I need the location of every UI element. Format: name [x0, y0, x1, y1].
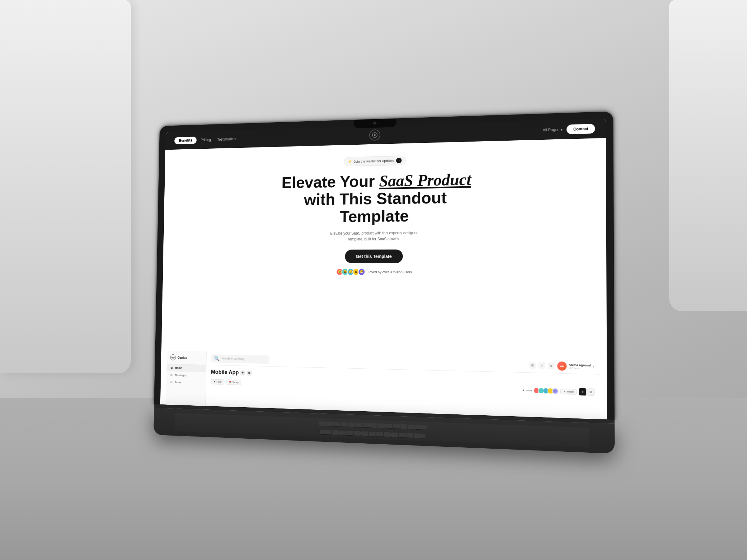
nav-left: Benefits Pricing Testimonials	[174, 135, 238, 144]
key	[346, 431, 353, 435]
key	[348, 422, 355, 427]
key-wide	[415, 425, 427, 430]
nav-logo	[369, 129, 380, 141]
laptop: Benefits Pricing Testimonials All	[153, 111, 615, 454]
hero-section: ⚡ Join the waitlist for updates → Elevat…	[161, 138, 607, 360]
key	[361, 431, 368, 436]
key-wide	[320, 430, 331, 434]
app-search-bar[interactable]: 🔍 Search for anything...	[211, 354, 269, 364]
app-logo-icon	[170, 354, 176, 361]
hero-title-line1: Elevate Your SaaS Product	[269, 170, 484, 192]
app-sidebar-header: Genius	[166, 354, 206, 365]
page-settings-icon: ⚙	[247, 371, 252, 375]
app-bell-icon-button[interactable]: ○	[538, 362, 545, 369]
messages-icon: ✉	[170, 373, 173, 377]
key	[369, 431, 376, 436]
app-user-profile[interactable]: AA Anima Agrawal U.P, India ▾	[558, 362, 594, 371]
nav-right: All Pages ▾ Contact	[542, 124, 595, 135]
key	[376, 432, 383, 436]
hero-title: Elevate Your SaaS Product with This Stan…	[269, 170, 484, 226]
chevron-down-icon: ▾	[561, 127, 562, 132]
app-user-location: U.P, India	[569, 367, 591, 370]
avatar-5: 😁	[358, 268, 365, 276]
key	[400, 424, 407, 429]
key	[399, 432, 406, 437]
app-invite-section: ✦ Invite +2	[522, 387, 558, 394]
app-today-button[interactable]: 📅 Today	[226, 379, 241, 385]
lightning-icon: ⚡	[348, 160, 352, 164]
key	[363, 423, 370, 427]
waitlist-text: Join the waitlist for updates	[354, 159, 394, 163]
key	[341, 422, 348, 427]
app-view-toggle: ≡ ⊞	[579, 388, 594, 396]
key	[370, 423, 377, 428]
search-icon: 🔍	[214, 355, 220, 361]
calendar-icon: 📅	[229, 380, 231, 383]
nav-contact-button[interactable]: Contact	[567, 124, 595, 134]
key	[393, 424, 400, 428]
share-icon: ↗	[563, 390, 566, 393]
tasks-icon: ☑	[170, 380, 173, 384]
app-nav-tasks[interactable]: ☑ Tasks	[166, 378, 206, 387]
avatar-group: 😊 😄 🙂 😃 😁	[336, 268, 365, 276]
laptop-screen: Benefits Pricing Testimonials All	[160, 118, 607, 419]
app-user-text: Anima Agrawal U.P, India	[569, 363, 591, 370]
website-content: Benefits Pricing Testimonials All	[160, 118, 607, 419]
app-filter-button[interactable]: ▼ Filter	[211, 379, 225, 384]
app-search-placeholder: Search for anything...	[222, 357, 247, 361]
app-nav-home-label: Home	[175, 367, 182, 370]
key	[384, 432, 391, 437]
app-nav-messages[interactable]: ✉ Messages	[166, 371, 206, 379]
app-nav-tasks-label: Tasks	[175, 381, 181, 384]
invite-star-icon: ✦	[522, 389, 524, 392]
key	[339, 430, 346, 435]
app-toolbar-right: ✦ Invite +2	[522, 387, 594, 396]
key	[326, 421, 333, 426]
social-proof-text: Loved by over 3 million users	[367, 270, 412, 274]
social-proof: 😊 😄 🙂 😃 😁 Loved by over 3 million users	[336, 268, 412, 276]
key	[356, 423, 362, 427]
key	[391, 432, 398, 437]
curtain-decoration-left	[0, 0, 131, 373]
app-share-button[interactable]: ↗ Share	[560, 389, 577, 395]
key	[408, 424, 415, 429]
invite-label: Invite	[526, 389, 532, 392]
nav-testimonials-link[interactable]: Testimonials	[215, 135, 238, 143]
filter-icon: ▼	[213, 380, 215, 383]
hero-subtitle: Elevate your SaaS product with this expe…	[325, 230, 424, 242]
waitlist-arrow-button[interactable]: →	[396, 158, 402, 163]
key	[354, 431, 361, 435]
invite-avatars: +2	[534, 388, 558, 394]
key-wide	[414, 433, 426, 438]
user-chevron-icon: ▾	[593, 365, 594, 369]
app-grid-icon-button[interactable]: ⊟	[530, 362, 536, 369]
nav-benefits-button[interactable]: Benefits	[174, 137, 197, 144]
app-list-view-button[interactable]: ≡	[579, 388, 586, 396]
laptop-notch	[354, 118, 396, 129]
nav-pricing-link[interactable]: Pricing	[198, 136, 213, 144]
waitlist-badge: ⚡ Join the waitlist for updates →	[344, 156, 406, 166]
hero-title-line2: with This Standout Template	[269, 188, 484, 226]
app-user-avatar: AA	[558, 362, 567, 371]
laptop-screen-bezel: Benefits Pricing Testimonials All	[154, 111, 615, 420]
curtain-decoration-right	[669, 0, 747, 311]
key	[378, 423, 385, 428]
key	[333, 422, 340, 426]
laptop-camera	[373, 122, 376, 125]
invite-avatar-5: +2	[552, 388, 558, 394]
nav-all-pages-dropdown[interactable]: All Pages ▾	[542, 127, 563, 132]
key	[385, 423, 392, 428]
key	[332, 430, 339, 435]
app-nav-home[interactable]: ⊞ Home	[166, 364, 206, 372]
key	[406, 433, 413, 437]
home-icon: ⊞	[170, 366, 173, 370]
key	[319, 421, 326, 426]
app-settings-icon-button[interactable]: ⚙	[548, 363, 555, 369]
app-topbar-actions: ⊟ ○ ⚙ AA Anima Agrawal U.P, India ▾	[530, 361, 594, 371]
app-toolbar-left: ▼ Filter 📅 Today	[211, 379, 241, 385]
app-grid-view-button[interactable]: ⊞	[587, 388, 594, 396]
cta-get-template-button[interactable]: Get this Template	[345, 249, 403, 263]
hero-saas-italic: SaaS Product	[379, 170, 471, 190]
app-sidebar: Genius ⊞ Home ✉ Messages ☑ Tasks	[166, 351, 207, 406]
page-emoji-icon: ✏	[240, 370, 245, 375]
